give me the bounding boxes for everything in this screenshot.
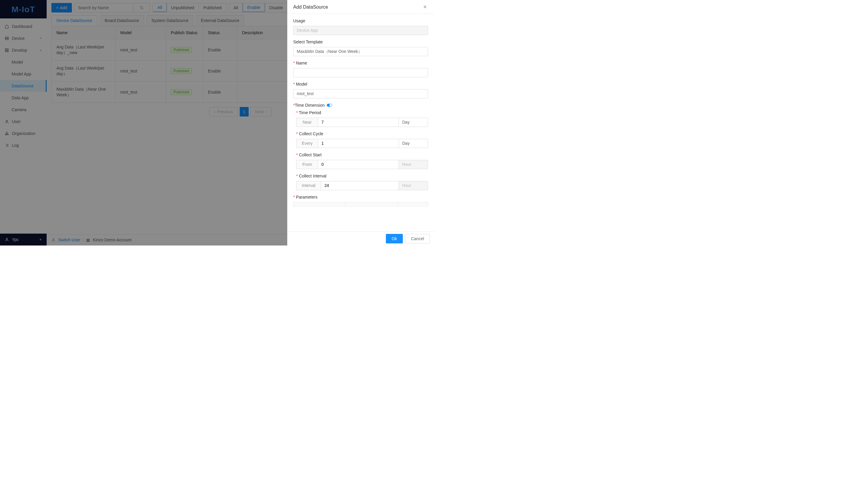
ok-button[interactable]: Ok [386,234,403,243]
collect-cycle-input[interactable] [318,139,399,148]
model-label: Model [293,82,428,86]
time-period-input[interactable] [318,118,399,127]
time-period-addon: Near [296,118,318,127]
collect-start-label: Collect Start [296,152,428,157]
time-dimension-switch[interactable] [327,104,332,107]
drawer-title: Add DataSource [293,4,328,10]
usage-label: Usage [293,19,428,23]
template-select[interactable]: Max&Min Data（Near One Week） [293,47,428,56]
collect-start-unit-select: Hour [399,160,428,169]
parameters-table [293,202,428,207]
collect-start-addon: From [296,160,318,169]
collect-start-input[interactable] [318,160,399,169]
usage-select: Device App [293,26,428,35]
collect-interval-addon: Interval [296,181,321,190]
add-datasource-drawer: Add DataSource ✕ Usage Device App Select… [287,0,434,246]
collect-cycle-addon: Every [296,139,318,148]
time-period-unit-select[interactable]: Day [399,118,428,127]
time-period-label: Time Period [296,110,428,115]
template-label: Select Template [293,39,428,44]
parameters-label: Parameters [293,195,428,199]
collect-cycle-unit-select[interactable]: Day [399,139,428,148]
collect-interval-unit-select: Hour [399,181,428,190]
collect-interval-label: Collect Interval [296,174,428,178]
name-label: Name [293,61,428,65]
collect-cycle-label: Collect Cycle [296,132,428,136]
model-select[interactable]: miot_test [293,89,428,98]
close-icon[interactable]: ✕ [423,4,427,10]
name-field[interactable] [293,68,428,77]
cancel-button[interactable]: Cancel [405,234,430,243]
collect-interval-input[interactable] [321,181,399,190]
time-dimension-label: Time Dimension [295,103,325,108]
